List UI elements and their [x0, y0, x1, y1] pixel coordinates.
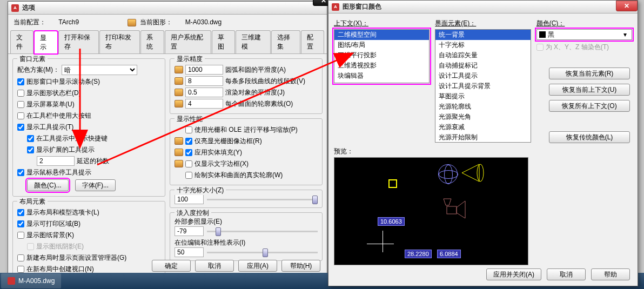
- color-combo[interactable]: 黑 ▾: [536, 29, 632, 40]
- apply-button[interactable]: 应用(A): [238, 260, 277, 272]
- lbl-printable: 显示可打印区域(B): [26, 219, 81, 228]
- tab-draft[interactable]: 草图: [212, 30, 235, 53]
- group-precision: 显示精度 圆弧和圆的平滑度(A) 每条多段线曲线的线段数(V) 渲染对象的平滑度…: [170, 58, 323, 114]
- lbl-layout-tabs: 显示布局和模型选项卡(L): [26, 208, 99, 217]
- context-item[interactable]: 三维透视投影: [334, 61, 429, 71]
- inp-render[interactable]: [185, 88, 223, 97]
- light-glyph-icon: [438, 164, 458, 184]
- chk-paper-bg[interactable]: [17, 232, 24, 239]
- chk-shortcut[interactable]: [27, 135, 34, 142]
- restore-legacy-button[interactable]: 恢复传统颜色(L): [549, 131, 630, 143]
- cancel-button[interactable]: 取消: [547, 268, 586, 280]
- lbl-xref: 外部参照显示(E): [175, 217, 318, 226]
- element-item[interactable]: 设计工具提示背景: [435, 81, 530, 91]
- tab-open-save[interactable]: 打开和保存: [58, 30, 99, 53]
- tab-3d[interactable]: 三维建模: [236, 30, 271, 53]
- config-row: 当前配置： TArch9 当前图形： M-A030.dwg: [8, 15, 327, 30]
- tabstrip: 文件 显示 打开和保存 打印和发布 系统 用户系统配置 草图 三维建模 选择集 …: [8, 30, 327, 54]
- context-item[interactable]: 块编辑器: [334, 71, 429, 81]
- close-icon[interactable]: ✕: [616, 1, 638, 11]
- element-item[interactable]: 光源衰减: [435, 122, 530, 132]
- chk-fill[interactable]: [185, 149, 192, 156]
- restore-all-button[interactable]: 恢复所有上下文(O): [549, 100, 630, 112]
- slider-annot[interactable]: [207, 252, 318, 253]
- context-item[interactable]: 图纸/布局: [334, 40, 429, 50]
- apply-close-button[interactable]: 应用并关闭(A): [486, 268, 541, 280]
- element-item[interactable]: 十字光标: [435, 40, 530, 50]
- help-button[interactable]: 帮助(H): [281, 260, 320, 272]
- tab-select[interactable]: 选择集: [271, 30, 300, 53]
- context-listbox[interactable]: 二维模型空间图纸/布局三维平行投影三维透视投影块编辑器命令行打印预览: [334, 29, 430, 83]
- tab-user[interactable]: 用户系统配置: [165, 30, 211, 53]
- element-item[interactable]: 自动追踪矢量: [435, 50, 530, 61]
- tab-profiles[interactable]: 配置: [301, 30, 324, 53]
- element-item[interactable]: 自动捕捉标记: [435, 61, 530, 71]
- lbl-mouse-tip: 显示鼠标悬停工具提示: [26, 168, 91, 177]
- tab-plot[interactable]: 打印和发布: [99, 30, 140, 53]
- chk-tooltips[interactable]: [17, 124, 24, 131]
- tab-display[interactable]: 显示: [34, 31, 57, 54]
- inp-poly[interactable]: [185, 76, 223, 86]
- camera-glyph-icon: [441, 196, 468, 224]
- element-item[interactable]: 统一背景: [435, 30, 530, 40]
- chk-scroll[interactable]: [17, 78, 24, 85]
- inp-xref[interactable]: [175, 226, 204, 236]
- chk-highlight-raster[interactable]: [185, 138, 192, 145]
- color-scheme-select[interactable]: 暗: [62, 65, 137, 75]
- drawing-value: M-A030.dwg: [185, 18, 222, 26]
- slider-xref[interactable]: [207, 231, 318, 232]
- lbl-shortcut: 在工具提示中显示快捷键: [36, 134, 108, 143]
- chk-mouse-tip[interactable]: [17, 169, 24, 176]
- inp-cross[interactable]: [175, 194, 204, 204]
- context-item[interactable]: 二维模型空间: [334, 30, 429, 40]
- tab-system[interactable]: 系统: [140, 30, 164, 53]
- chk-extended[interactable]: [27, 146, 34, 153]
- chk-big-btn[interactable]: [17, 112, 24, 119]
- help-button[interactable]: 帮助: [591, 268, 630, 280]
- element-item[interactable]: 光源轮廓线: [435, 102, 530, 112]
- slider-cross[interactable]: [207, 199, 318, 200]
- colors-titlebar[interactable]: A 图形窗口颜色 ✕: [328, 1, 638, 14]
- snap-marker-icon: [388, 179, 397, 188]
- perf-icon: [175, 137, 183, 145]
- ok-button[interactable]: 确定: [152, 260, 191, 272]
- element-item[interactable]: 光源开始限制: [435, 132, 530, 143]
- context-item[interactable]: 命令行: [334, 81, 429, 83]
- taskbar-item[interactable]: M-A005.dwg: [1, 273, 61, 288]
- svg-rect-2: [447, 206, 457, 214]
- element-listbox[interactable]: 统一背景十字光标自动追踪矢量自动捕捉标记设计工具提示设计工具提示背景草图提示光源…: [435, 29, 531, 143]
- cancel-button[interactable]: 取消: [195, 260, 234, 272]
- element-item[interactable]: 光源聚光角: [435, 112, 530, 122]
- context-item[interactable]: 三维平行投影: [334, 50, 429, 61]
- tab-files[interactable]: 文件: [10, 30, 33, 53]
- chk-true-sil[interactable]: [185, 172, 192, 179]
- lbl-scroll: 图形窗口中显示滚动条(S): [26, 77, 100, 86]
- chk-screen-menu[interactable]: [17, 101, 24, 108]
- chk-raster-pan[interactable]: [185, 126, 192, 133]
- group-fade: 淡入度控制 外部参照显示(E) 在位编辑和注释性表示(I): [170, 212, 323, 261]
- element-item[interactable]: 草图提示: [435, 91, 530, 102]
- color-value: 黑: [548, 30, 554, 39]
- restore-context-button[interactable]: 恢复当前上下文(U): [549, 84, 630, 96]
- chk-new-layout[interactable]: [17, 254, 24, 261]
- chk-state[interactable]: [17, 90, 24, 97]
- colors-button[interactable]: 颜色(C)...: [27, 179, 69, 191]
- group-crosshair: 十字光标大小(Z): [170, 190, 323, 208]
- delay-input[interactable]: [37, 156, 75, 166]
- chk-create-vp[interactable]: [17, 266, 24, 273]
- chk-layout-tabs[interactable]: [17, 209, 24, 216]
- inp-annot[interactable]: [175, 247, 204, 257]
- readout-c: 6.0884: [437, 250, 461, 258]
- chk-text-frame[interactable]: [185, 160, 192, 167]
- inp-arc[interactable]: [185, 65, 223, 75]
- restore-element-button[interactable]: 恢复当前元素(R): [549, 68, 630, 79]
- fonts-button[interactable]: 字体(F)...: [75, 179, 116, 191]
- element-item[interactable]: 设计工具提示: [435, 71, 530, 81]
- context-label: 上下文(X)：: [334, 19, 430, 28]
- options-titlebar[interactable]: A 选项 ✕: [8, 2, 327, 15]
- group-layout: 布局元素 显示布局和模型选项卡(L) 显示可打印区域(B) 显示图纸背景(K) …: [12, 201, 165, 279]
- group-title-window: 窗口元素: [17, 55, 48, 64]
- chk-printable[interactable]: [17, 220, 24, 227]
- group-title-fade: 淡入度控制: [175, 209, 211, 218]
- inp-surf[interactable]: [185, 99, 223, 109]
